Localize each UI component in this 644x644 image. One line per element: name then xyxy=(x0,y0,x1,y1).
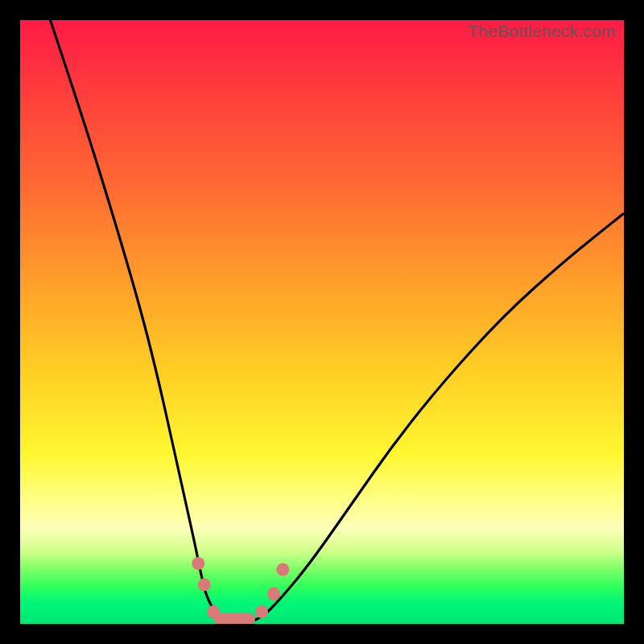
data-marker xyxy=(192,557,204,570)
data-marker xyxy=(267,588,280,601)
bottleneck-curve xyxy=(51,20,625,624)
data-marker xyxy=(207,605,220,618)
plot-frame: TheBottleneck.com xyxy=(20,20,624,624)
data-marker xyxy=(276,564,289,576)
watermark-text: TheBottleneck.com xyxy=(469,22,616,41)
data-marker xyxy=(198,578,211,591)
chart-svg xyxy=(20,20,624,624)
data-marker xyxy=(255,605,268,618)
